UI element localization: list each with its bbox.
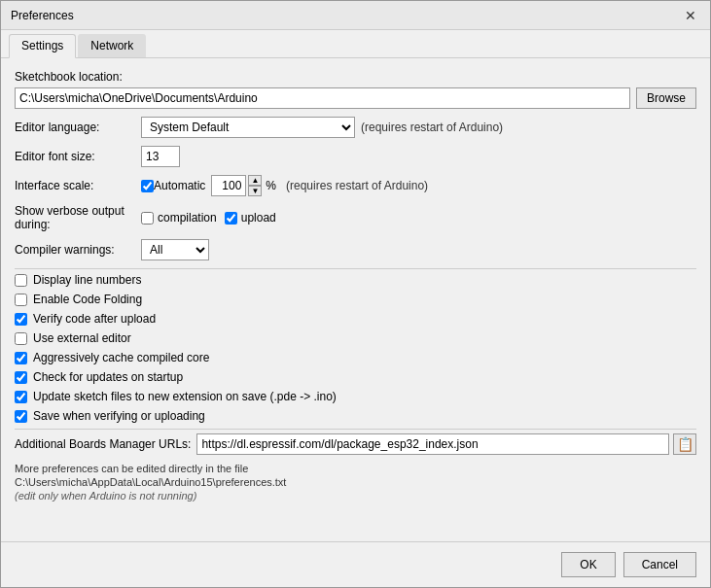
compilation-checkbox[interactable] — [141, 212, 154, 225]
additional-boards-icon-button[interactable]: 📋 — [673, 433, 696, 455]
display-line-numbers-checkbox[interactable] — [15, 274, 27, 287]
tabs-bar: Settings Network — [1, 30, 710, 58]
cancel-button[interactable]: Cancel — [623, 552, 696, 577]
browse-button[interactable]: Browse — [636, 87, 696, 109]
editor-font-size-input[interactable] — [141, 146, 180, 167]
additional-boards-label: Additional Boards Manager URLs: — [15, 437, 191, 451]
check-updates-checkbox[interactable] — [15, 371, 27, 384]
update-sketch-files-checkbox[interactable] — [15, 391, 27, 403]
title-bar: Preferences ✕ — [1, 1, 710, 30]
compilation-check-item: compilation — [141, 211, 217, 225]
external-editor-checkbox[interactable] — [15, 332, 27, 345]
aggressively-cache-label[interactable]: Aggressively cache compiled core — [33, 351, 209, 364]
dialog-footer: OK Cancel — [1, 541, 710, 587]
check-updates-row: Check for updates on startup — [15, 370, 696, 384]
auto-scale-label[interactable]: Automatic — [154, 179, 205, 192]
info-line-3: (edit only when Arduino is not running) — [15, 490, 696, 502]
settings-content: Sketchbook location: Browse Editor langu… — [1, 58, 710, 541]
preferences-dialog: Preferences ✕ Settings Network Sketchboo… — [0, 0, 711, 588]
tab-settings[interactable]: Settings — [9, 34, 76, 58]
scale-value-input[interactable] — [211, 175, 246, 196]
editor-font-size-group: Editor font size: — [15, 146, 696, 167]
sketchbook-group: Sketchbook location: Browse — [15, 70, 696, 109]
display-line-numbers-label[interactable]: Display line numbers — [33, 273, 141, 287]
separator-1 — [15, 268, 696, 269]
interface-scale-group: Interface scale: Automatic ▲ ▼ % (requir… — [15, 175, 696, 196]
upload-label[interactable]: upload — [241, 211, 276, 225]
sketchbook-path-input[interactable] — [15, 87, 630, 109]
close-button[interactable]: ✕ — [681, 6, 700, 25]
interface-scale-note: (requires restart of Arduino) — [286, 179, 428, 192]
aggressively-cache-checkbox[interactable] — [15, 352, 27, 364]
aggressively-cache-row: Aggressively cache compiled core — [15, 351, 696, 364]
update-sketch-files-row: Update sketch files to new extension on … — [15, 390, 696, 403]
additional-boards-input[interactable] — [196, 433, 669, 455]
display-line-numbers-row: Display line numbers — [15, 273, 696, 287]
spinner-up-button[interactable]: ▲ — [248, 175, 262, 186]
separator-2 — [15, 429, 696, 430]
compiler-warnings-group: Compiler warnings: None Default More All — [15, 239, 696, 260]
verify-code-label[interactable]: Verify code after upload — [33, 312, 156, 326]
external-editor-label[interactable]: Use external editor — [33, 331, 131, 345]
interface-scale-label: Interface scale: — [15, 179, 141, 192]
update-sketch-files-label[interactable]: Update sketch files to new extension on … — [33, 390, 337, 403]
compiler-warnings-label: Compiler warnings: — [15, 243, 141, 257]
upload-check-item: upload — [225, 211, 276, 225]
check-updates-label[interactable]: Check for updates on startup — [33, 370, 183, 384]
tab-network[interactable]: Network — [78, 34, 146, 57]
save-when-verifying-label[interactable]: Save when verifying or uploading — [33, 409, 205, 423]
ok-button[interactable]: OK — [561, 552, 615, 577]
editor-language-note: (requires restart of Arduino) — [361, 121, 503, 134]
editor-language-select[interactable]: System Default — [141, 117, 355, 138]
editor-font-size-label: Editor font size: — [15, 150, 141, 163]
percent-label: % — [266, 179, 276, 192]
save-when-verifying-checkbox[interactable] — [15, 410, 27, 423]
spinner-down-button[interactable]: ▼ — [248, 186, 262, 196]
dialog-title: Preferences — [11, 9, 74, 22]
scale-spinner: ▲ ▼ — [211, 175, 262, 196]
additional-boards-row: Additional Boards Manager URLs: 📋 — [15, 433, 696, 455]
compiler-warnings-select[interactable]: None Default More All — [141, 239, 209, 260]
compilation-label[interactable]: compilation — [158, 211, 217, 225]
spinner-buttons: ▲ ▼ — [248, 175, 262, 196]
editor-language-label: Editor language: — [15, 121, 141, 134]
verify-code-checkbox[interactable] — [15, 313, 27, 326]
enable-code-folding-row: Enable Code Folding — [15, 293, 696, 306]
external-link-icon: 📋 — [677, 436, 693, 452]
info-line-1: More preferences can be edited directly … — [15, 463, 696, 474]
verbose-output-label: Show verbose output during: — [15, 204, 141, 231]
upload-checkbox[interactable] — [225, 212, 237, 225]
enable-code-folding-checkbox[interactable] — [15, 294, 27, 306]
info-line-2: C:\Users\micha\AppData\Local\Arduino15\p… — [15, 476, 696, 488]
verbose-options: compilation upload — [141, 211, 276, 225]
editor-language-group: Editor language: System Default (require… — [15, 117, 696, 138]
external-editor-row: Use external editor — [15, 331, 696, 345]
verify-code-row: Verify code after upload — [15, 312, 696, 326]
enable-code-folding-label[interactable]: Enable Code Folding — [33, 293, 142, 306]
save-when-verifying-row: Save when verifying or uploading — [15, 409, 696, 423]
sketchbook-label: Sketchbook location: — [15, 70, 123, 84]
auto-scale-checkbox[interactable] — [141, 180, 154, 192]
verbose-output-group: Show verbose output during: compilation … — [15, 204, 696, 231]
